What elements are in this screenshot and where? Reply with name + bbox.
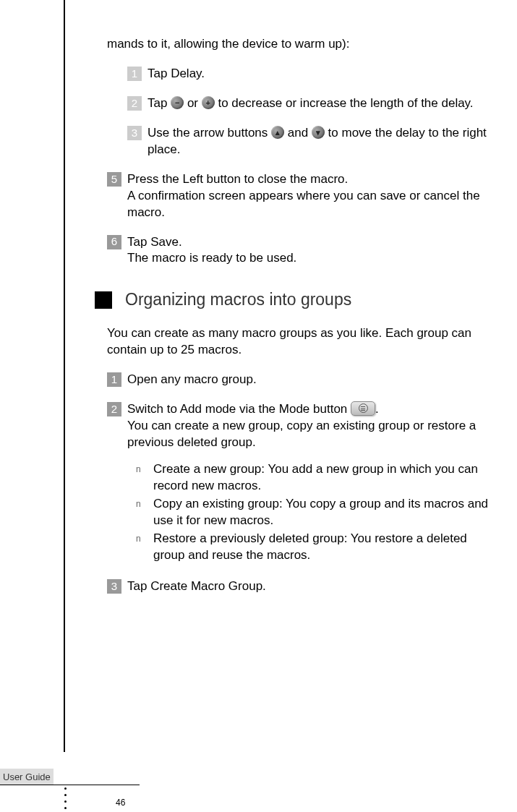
step-text: Tap Delay. — [148, 66, 497, 82]
section-heading: Organizing macros into groups — [95, 289, 497, 311]
step-marker: 3 — [127, 126, 142, 140]
step-marker: 1 — [127, 67, 142, 81]
bullet-list: n Create a new group: You add a new grou… — [136, 461, 497, 564]
substep-2: 2 Tap − or + to decrease or increase the… — [127, 95, 497, 112]
minus-icon: − — [171, 96, 184, 109]
page-number: 46 — [116, 798, 125, 808]
step-marker: 1 — [107, 372, 121, 387]
step-marker: 5 — [107, 172, 121, 187]
footer-label: User Guide — [0, 769, 54, 785]
text-fragment: Switch to Add mode via the Mode button — [127, 402, 351, 416]
vertical-rule — [64, 0, 65, 752]
text-fragment: Use the arrow buttons — [148, 126, 271, 140]
group-step-2: 2 Switch to Add mode via the Mode button… — [107, 401, 497, 565]
section-bullet-block — [95, 291, 112, 309]
continuation-text: mands to it, allowing the device to warm… — [107, 36, 497, 53]
step-text: Press the Left button to close the macro… — [127, 171, 497, 221]
step-marker: 2 — [107, 402, 121, 416]
bullet-text: Create a new group: You add a new group … — [153, 461, 497, 495]
step-6: 6 Tap Save. The macro is ready to be use… — [107, 234, 497, 268]
bullet-text: Copy an existing group: You copy a group… — [153, 496, 497, 529]
group-step-3: 3 Tap Create Macro Group. — [107, 578, 497, 595]
bullet-text: Restore a previously deleted group: You … — [153, 531, 497, 564]
section-title: Organizing macros into groups — [125, 289, 351, 311]
page-content: mands to it, allowing the device to warm… — [107, 36, 497, 608]
step-text: Tap Create Macro Group. — [127, 578, 497, 595]
bullet-marker: n — [136, 461, 153, 495]
bullet-marker: n — [136, 531, 153, 564]
step-text: Open any macro group. — [127, 372, 497, 388]
group-step-1: 1 Open any macro group. — [107, 372, 497, 388]
arrow-down-icon: ▾ — [312, 126, 325, 139]
text-fragment: to decrease or increase the length of th… — [218, 96, 473, 110]
step-marker: 2 — [127, 96, 142, 111]
list-item: n Copy an existing group: You copy a gro… — [136, 496, 497, 529]
text-fragment: and — [288, 126, 312, 140]
substep-1: 1 Tap Delay. — [127, 66, 497, 82]
text-fragment: Tap — [148, 96, 171, 110]
list-item: n Create a new group: You add a new grou… — [136, 461, 497, 495]
footer-rule — [0, 785, 140, 785]
list-item: n Restore a previously deleted group: Yo… — [136, 531, 497, 564]
substep-3: 3 Use the arrow buttons ▴ and ▾ to move … — [127, 125, 497, 158]
step-text: Tap − or + to decrease or increase the l… — [148, 95, 497, 112]
section-intro: You can create as many macro groups as y… — [107, 325, 497, 359]
step-text: Switch to Add mode via the Mode button .… — [127, 401, 497, 565]
step-text: Tap Save. The macro is ready to be used. — [127, 234, 497, 268]
arrow-up-icon: ▴ — [271, 126, 284, 139]
step-marker: 6 — [107, 235, 121, 249]
bullet-marker: n — [136, 496, 153, 529]
step-marker: 3 — [107, 579, 121, 594]
step-text: Use the arrow buttons ▴ and ▾ to move th… — [148, 125, 497, 158]
dotted-rule — [64, 787, 67, 809]
text-fragment: or — [187, 96, 202, 110]
mode-button-icon — [351, 401, 375, 416]
plus-icon: + — [202, 96, 215, 109]
step-5: 5 Press the Left button to close the mac… — [107, 171, 497, 221]
